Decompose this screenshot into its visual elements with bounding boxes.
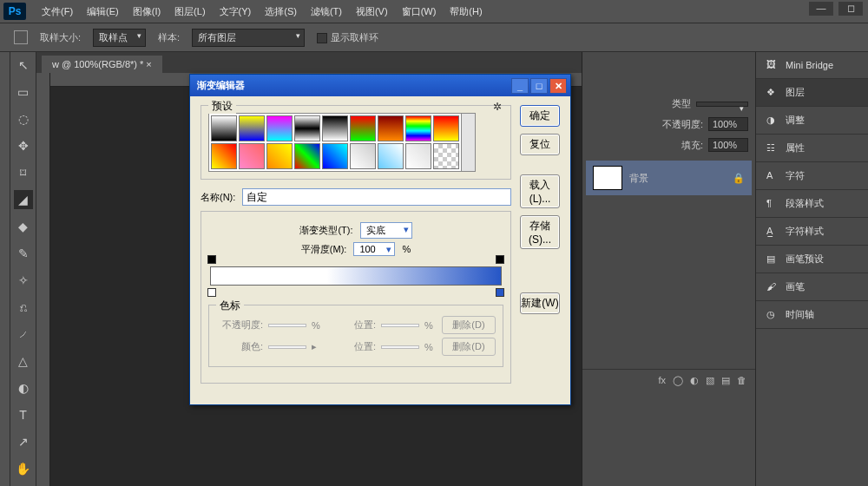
smooth-field[interactable]: 100 — [353, 242, 395, 256]
stop-color-arrow[interactable]: ▸ — [312, 341, 324, 352]
color-stop-left[interactable] — [207, 288, 216, 297]
type-tool[interactable]: T — [14, 405, 33, 424]
name-field[interactable] — [242, 188, 511, 206]
opacity-field[interactable]: 100% — [708, 117, 748, 131]
tab-timeline[interactable]: ◷时间轴 — [756, 301, 868, 329]
fx-icon[interactable]: fx — [658, 375, 666, 386]
preset-swatch[interactable] — [405, 115, 431, 141]
opacity-stop-left[interactable] — [207, 255, 216, 264]
reset-button[interactable]: 复位 — [520, 134, 560, 155]
trash-icon[interactable]: 🗑 — [737, 375, 746, 386]
stop-delete-opacity[interactable]: 删除(D) — [442, 316, 496, 334]
lasso-tool[interactable]: ◌ — [14, 109, 33, 128]
type-dropdown[interactable]: 实底 — [360, 222, 412, 239]
ok-button[interactable]: 确定 — [520, 105, 560, 127]
sample-size-dropdown[interactable]: 取样点 — [93, 29, 146, 47]
dialog-maximize[interactable]: □ — [530, 78, 548, 94]
preset-swatch[interactable] — [378, 115, 404, 141]
layer-type-dropdown[interactable] — [696, 102, 748, 107]
new-button[interactable]: 新建(W) — [520, 292, 560, 314]
preset-swatch[interactable] — [266, 115, 293, 141]
dialog-minimize[interactable]: _ — [511, 78, 529, 94]
preset-scrollbar[interactable] — [462, 113, 476, 172]
layer-row[interactable]: 背景 🔒 — [586, 161, 752, 195]
document-tab[interactable]: w @ 100%(RGB/8*) * × — [42, 56, 162, 73]
sample-dropdown[interactable]: 所有图层 — [192, 29, 305, 47]
stop-location-field[interactable] — [381, 324, 419, 327]
folder-icon[interactable]: ▧ — [706, 375, 714, 386]
move-tool[interactable]: ↖ — [14, 56, 33, 75]
menu-file[interactable]: 文件(F) — [35, 2, 80, 22]
save-button[interactable]: 存储(S)... — [520, 215, 560, 249]
tab-char-styles[interactable]: A̲字符样式 — [756, 218, 868, 246]
new-layer-icon[interactable]: ▤ — [721, 375, 730, 386]
preset-swatch[interactable] — [378, 143, 404, 169]
dialog-titlebar[interactable]: 渐变编辑器 _ □ ✕ — [190, 75, 570, 96]
stamp-tool[interactable]: ✧ — [14, 271, 33, 290]
presets-menu-icon[interactable]: ✲ — [493, 101, 502, 113]
preset-swatch[interactable] — [239, 115, 265, 141]
hand-tool[interactable]: ✋ — [14, 459, 33, 478]
eyedropper-tool[interactable]: ◢ — [14, 190, 33, 209]
menu-view[interactable]: 视图(V) — [349, 2, 395, 22]
stop-location-pct: % — [424, 320, 437, 331]
menu-help[interactable]: 帮助(H) — [443, 2, 489, 22]
tab-paragraph-styles[interactable]: ¶段落样式 — [756, 190, 868, 218]
stop-color-swatch[interactable] — [268, 345, 306, 349]
tab-character[interactable]: A字符 — [756, 162, 868, 190]
opacity-stop-right[interactable] — [496, 255, 504, 264]
preset-swatch[interactable] — [350, 143, 376, 169]
preset-swatch[interactable] — [322, 115, 348, 141]
gradient-bar[interactable] — [210, 266, 502, 286]
preset-swatch[interactable] — [294, 115, 320, 141]
color-stop-right[interactable] — [496, 288, 504, 297]
adjust-icon[interactable]: ◐ — [690, 375, 699, 386]
preset-swatch[interactable] — [433, 143, 459, 169]
mask-icon[interactable]: ◯ — [673, 375, 683, 386]
dodge-tool[interactable]: ◐ — [14, 378, 33, 397]
menu-filter[interactable]: 滤镜(T) — [304, 2, 349, 22]
preset-swatch[interactable] — [350, 115, 376, 141]
menu-image[interactable]: 图像(I) — [126, 2, 168, 22]
fill-field[interactable]: 100% — [708, 138, 748, 152]
menu-edit[interactable]: 编辑(E) — [80, 2, 126, 22]
tab-properties[interactable]: ☷属性 — [756, 135, 868, 162]
stop-color-location-field[interactable] — [381, 345, 419, 349]
preset-swatch[interactable] — [239, 143, 265, 169]
show-ring-check[interactable]: 显示取样环 — [317, 31, 378, 44]
crop-tool[interactable]: ⌑ — [14, 163, 33, 182]
tab-label: 字符样式 — [786, 225, 824, 238]
stop-delete-color[interactable]: 删除(D) — [442, 338, 496, 356]
preset-swatch[interactable] — [433, 115, 459, 141]
menu-select[interactable]: 选择(S) — [258, 2, 304, 22]
restore-button[interactable]: ◻ — [838, 2, 863, 16]
gradient-tool[interactable]: △ — [14, 351, 33, 371]
wand-tool[interactable]: ✥ — [14, 136, 33, 155]
menu-window[interactable]: 窗口(W) — [395, 2, 444, 22]
menu-layer[interactable]: 图层(L) — [168, 2, 212, 22]
brush-tool[interactable]: ✎ — [14, 244, 33, 263]
path-tool[interactable]: ↗ — [14, 432, 33, 451]
marquee-tool[interactable]: ▭ — [14, 82, 33, 102]
tab-layers[interactable]: ❖图层 — [756, 79, 868, 107]
stop-opacity-field[interactable] — [268, 324, 306, 327]
preset-swatch[interactable] — [405, 143, 431, 169]
load-button[interactable]: 载入(L)... — [520, 174, 560, 208]
layer-thumbnail — [593, 166, 622, 190]
preset-swatch[interactable] — [266, 143, 293, 169]
preset-swatch[interactable] — [211, 143, 237, 169]
tab-adjustments[interactable]: ◑调整 — [756, 107, 868, 135]
tab-brush-presets[interactable]: ▤画笔预设 — [756, 246, 868, 273]
menu-text[interactable]: 文字(Y) — [213, 2, 259, 22]
eraser-tool[interactable]: ⟋ — [14, 325, 33, 344]
minimize-button[interactable]: — — [809, 2, 833, 16]
tab-label: 属性 — [786, 141, 805, 154]
tab-brushes[interactable]: 🖌画笔 — [756, 273, 868, 301]
dialog-close[interactable]: ✕ — [549, 78, 567, 94]
heal-tool[interactable]: ◆ — [14, 217, 33, 236]
tab-mini-bridge[interactable]: 🖼Mini Bridge — [756, 52, 868, 79]
preset-swatch[interactable] — [294, 143, 320, 169]
history-brush-tool[interactable]: ⎌ — [14, 298, 33, 317]
preset-swatch[interactable] — [211, 115, 237, 141]
preset-swatch[interactable] — [322, 143, 348, 169]
